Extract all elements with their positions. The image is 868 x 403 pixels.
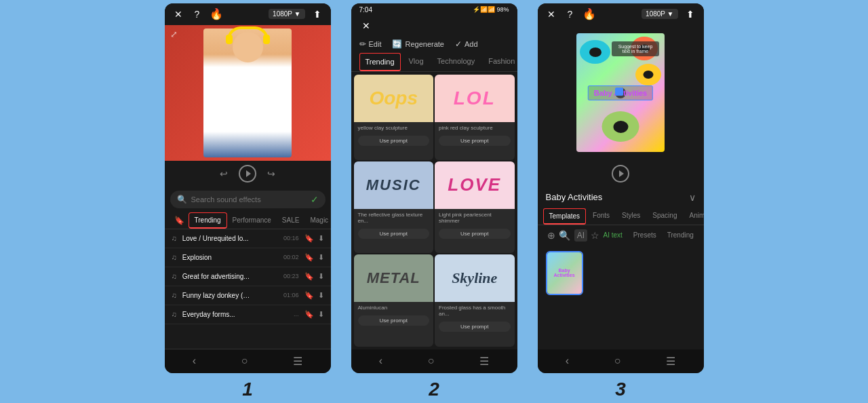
card-skyline[interactable]: Skyline Frosted glass has a smooth an...…: [435, 254, 515, 346]
back-nav-icon[interactable]: ‹: [379, 355, 382, 367]
card-oops[interactable]: Oops yellow clay sculpture Use prompt: [354, 75, 434, 160]
search-icon-btn[interactable]: 🔍: [559, 230, 570, 241]
home-nav-icon[interactable]: ○: [241, 355, 248, 367]
undo-icon[interactable]: ↩: [220, 168, 228, 179]
phone3-icons-row: ⊕ 🔍 AI ☆ AI text Presets Trending: [538, 225, 704, 246]
sub-tab-spacing[interactable]: Spacing: [647, 208, 682, 225]
flame-icon[interactable]: 🔥: [583, 7, 596, 21]
upload-icon[interactable]: ⬆: [684, 7, 697, 21]
tab-vlog[interactable]: Vlog: [403, 53, 429, 71]
ai-text-label: AI text: [603, 231, 622, 239]
expand-icon[interactable]: ⤢: [170, 29, 178, 39]
search-bar[interactable]: 🔍 ✓: [170, 191, 326, 208]
add-button[interactable]: ✓ Add: [455, 39, 478, 49]
search-icon: 🔍: [559, 230, 570, 241]
bookmark-sound-icon[interactable]: 🔖: [304, 272, 314, 281]
play-button[interactable]: [612, 165, 629, 183]
phone-label-3: 3: [615, 379, 626, 400]
download-icon[interactable]: ⬇: [318, 234, 324, 243]
sub-tab-fonts[interactable]: Fonts: [587, 208, 615, 225]
tab-performance[interactable]: Performance: [227, 213, 277, 227]
card-love-image: LOVE: [435, 161, 515, 209]
flame-icon[interactable]: 🔥: [210, 7, 223, 21]
tab-trending[interactable]: Trending: [189, 212, 227, 229]
phone-2: 7:04 ⚡📶📶 98% ✕ ✏ Edit 🔄 Regenerate ✓ Add: [351, 3, 517, 373]
download-icon[interactable]: ⬇: [318, 291, 324, 300]
card-music-desc: The reflective glass texture en...: [354, 209, 434, 227]
card-lol[interactable]: LOL pink red clay sculpture Use prompt: [435, 75, 515, 160]
tab-technology[interactable]: Technology: [432, 53, 481, 71]
chevron-down-icon[interactable]: ∨: [689, 192, 696, 203]
regenerate-label: Regenerate: [405, 40, 444, 48]
list-item: ♫ Funny lazy donkey (… 01:06 🔖 ⬇: [165, 286, 331, 305]
close-icon[interactable]: ✕: [545, 7, 558, 21]
use-prompt-oops[interactable]: Use prompt: [358, 136, 430, 146]
bookmark-sound-icon[interactable]: 🔖: [304, 253, 314, 262]
sub-tab-templates[interactable]: Templates: [543, 208, 587, 225]
search-input[interactable]: [191, 195, 307, 204]
tab-magic[interactable]: Magic: [304, 213, 330, 227]
redo-icon[interactable]: ↪: [267, 168, 275, 179]
confirm-search-icon[interactable]: ✓: [311, 194, 319, 205]
sound-list: ♫ Love / Unrequited lo... 00:16 🔖 ⬇ ♫ Ex…: [165, 229, 331, 349]
use-prompt-lol[interactable]: Use prompt: [439, 136, 511, 146]
upload-icon[interactable]: ⬆: [311, 7, 324, 21]
trending-label: Trending: [667, 231, 694, 239]
use-prompt-love[interactable]: Use prompt: [439, 229, 511, 239]
card-music[interactable]: MUSIC The reflective glass texture en...…: [354, 161, 434, 253]
close-icon[interactable]: ✕: [172, 7, 185, 21]
card-love[interactable]: LOVE Light pink pearlescent shimmer Use …: [435, 161, 515, 253]
tab-fashion[interactable]: Fashion: [483, 53, 517, 71]
phone-label-2: 2: [429, 379, 439, 400]
tab-trending[interactable]: Trending: [359, 53, 401, 71]
star-icon-btn[interactable]: ☆: [591, 230, 599, 241]
regenerate-button[interactable]: 🔄 Regenerate: [392, 39, 444, 49]
sound-duration: ...: [280, 311, 299, 318]
resize-handle[interactable]: [615, 88, 623, 96]
edit-icon: ✏: [359, 39, 366, 49]
frame-suggestion: Suggest to keep text in frame: [612, 41, 659, 56]
card-music-image: MUSIC: [354, 161, 434, 209]
play-button[interactable]: [239, 165, 256, 183]
phone1-topbar: ✕ ? 🔥 1080P ▼ ⬆: [165, 3, 331, 25]
home-nav-icon[interactable]: ○: [428, 355, 435, 367]
phone3-bottom-nav: ‹ ○ ☰: [538, 349, 704, 373]
help-icon[interactable]: ?: [564, 7, 577, 21]
back-nav-icon[interactable]: ‹: [566, 355, 569, 367]
menu-nav-icon[interactable]: ☰: [479, 355, 489, 368]
home-nav-icon[interactable]: ○: [614, 355, 621, 367]
sound-duration: 00:23: [280, 273, 299, 280]
download-icon[interactable]: ⬇: [318, 310, 324, 319]
phone-2-wrapper: 7:04 ⚡📶📶 98% ✕ ✏ Edit 🔄 Regenerate ✓ Add: [351, 3, 517, 400]
use-prompt-music[interactable]: Use prompt: [358, 229, 430, 239]
donut-teal: [580, 40, 610, 64]
help-icon[interactable]: ?: [191, 7, 204, 21]
template-card-selected[interactable]: Baby Activities: [546, 251, 583, 295]
bookmark-icon[interactable]: 🔖: [170, 213, 189, 228]
tab-sale[interactable]: SALE: [277, 213, 305, 227]
bookmark-sound-icon[interactable]: 🔖: [304, 310, 314, 319]
ai-icon: AI: [574, 229, 587, 242]
phone2-cards-grid: Oops yellow clay sculpture Use prompt LO…: [351, 72, 517, 349]
use-prompt-metal[interactable]: Use prompt: [358, 315, 430, 326]
use-prompt-skyline[interactable]: Use prompt: [439, 322, 511, 332]
card-lol-desc: pink red clay sculpture: [435, 122, 515, 134]
download-icon[interactable]: ⬇: [318, 272, 324, 281]
close-icon[interactable]: ✕: [359, 19, 373, 33]
zoom-icon-btn[interactable]: ⊕: [547, 230, 555, 241]
download-icon[interactable]: ⬇: [318, 253, 324, 262]
card-oops-desc: yellow clay sculpture: [354, 122, 434, 134]
resolution-badge[interactable]: 1080P ▼: [269, 9, 304, 19]
battery-icon: ⚡📶📶 98%: [473, 6, 509, 13]
menu-nav-icon[interactable]: ☰: [293, 355, 302, 368]
sub-tab-styles[interactable]: Styles: [616, 208, 646, 225]
menu-nav-icon[interactable]: ☰: [666, 355, 675, 368]
sub-tab-animations[interactable]: Animations: [684, 208, 703, 225]
edit-button[interactable]: ✏ Edit: [359, 39, 382, 49]
bookmark-sound-icon[interactable]: 🔖: [304, 291, 314, 300]
resolution-badge[interactable]: 1080P ▼: [642, 9, 677, 19]
back-nav-icon[interactable]: ‹: [193, 355, 196, 367]
ai-text-btn[interactable]: AI: [574, 229, 587, 242]
bookmark-sound-icon[interactable]: 🔖: [304, 234, 314, 243]
card-metal[interactable]: METAL Aluminlucan Use prompt: [354, 254, 434, 346]
